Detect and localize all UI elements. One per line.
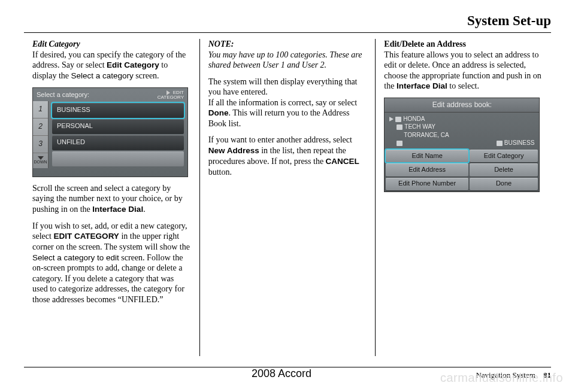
footer-right: Navigation System 81	[476, 370, 551, 380]
column-1: Edit Category If desired, you can specif…	[24, 39, 199, 356]
shot1-num-1: 1	[33, 101, 48, 118]
note-label: NOTE:	[208, 39, 234, 48]
shot1-body: 1 2 3 DOWN BUSINESS PERSONAL UNFILED	[33, 101, 187, 168]
edit-category-bold: Edit Category	[107, 60, 159, 69]
col2-p2-a: If all the information is correct, say o…	[208, 98, 357, 107]
col1-p2-c: .	[143, 205, 146, 214]
col1-p3: If you wish to set, add, or edit a new c…	[32, 221, 191, 305]
shot2-line3: TORRANCE, CA	[404, 132, 449, 138]
col2-p3-a: If you want to enter another address, se…	[208, 135, 352, 144]
shot2-title: Edit address book:	[385, 98, 539, 113]
shot1-num-2: 2	[33, 118, 48, 136]
col3-p1-c: to select.	[447, 81, 479, 90]
note-block: NOTE: You may have up to 100 categories.…	[208, 39, 367, 71]
interface-dial-bold-2: Interface Dial	[397, 81, 447, 90]
play-icon	[389, 117, 394, 121]
shot1-down-button: DOWN	[33, 153, 48, 168]
shot1-title: Select a category:	[37, 91, 89, 99]
edit-phone-button: Edit Phone Number	[386, 178, 468, 190]
shot1-number-column: 1 2 3 DOWN	[33, 101, 49, 168]
shot1-header: Select a category: EDIT CATEGORY	[33, 88, 187, 101]
shot2-business: BUSINESS	[504, 139, 535, 146]
footer-section-label: Navigation System	[476, 370, 535, 379]
edit-category-heading-para: Edit Category If desired, you can specif…	[32, 39, 191, 81]
edit-category-button: Edit Category	[470, 150, 538, 162]
interface-dial-bold-1: Interface Dial	[92, 205, 143, 214]
edit-address-book-screenshot: Edit address book: HONDA TECH WAY TORRAN…	[384, 98, 540, 192]
col2-p1: The system will then display everything …	[208, 77, 367, 98]
category-row-business: BUSINESS	[52, 103, 184, 118]
shot1-num-3: 3	[33, 136, 48, 153]
shot1-edit-category-tag: EDIT CATEGORY	[158, 90, 184, 100]
page-footer: 2008 Accord Navigation System 81	[0, 370, 575, 380]
new-address-bold: New Address	[208, 146, 259, 155]
select-category-to-edit-label: Select a category to edit	[32, 253, 119, 262]
category-row-empty	[52, 151, 184, 166]
shot2-line2: TECH WAY	[404, 123, 435, 130]
done-bold: Done	[208, 108, 229, 117]
category-row-unfiled: UNFILED	[52, 135, 184, 150]
shot2-button-grid: Edit Name Edit Category Edit Address Del…	[385, 148, 539, 192]
edit-category-caps-bold: EDIT CATEGORY	[53, 232, 119, 241]
delete-button: Delete	[470, 163, 538, 176]
building-icon	[395, 117, 401, 122]
select-category-screenshot: Select a category: EDIT CATEGORY 1 2 3	[32, 87, 188, 177]
cancel-bold: CANCEL	[326, 157, 359, 166]
phone-icon	[397, 141, 402, 146]
edit-category-heading: Edit Category	[32, 39, 80, 48]
col1-p2: Scroll the screen and select a category …	[32, 183, 191, 215]
col2-p3: If you want to enter another address, se…	[208, 135, 367, 177]
col2-p2-c: . This will return you to the Address Bo…	[208, 108, 350, 128]
shot1-list: BUSINESS PERSONAL UNFILED	[49, 101, 187, 168]
edit-line2: CATEGORY	[158, 95, 184, 100]
map-icon	[397, 124, 402, 130]
page-number: 81	[543, 370, 551, 379]
col1-p1-e: screen.	[134, 71, 159, 80]
edit-name-button: Edit Name	[386, 150, 468, 162]
col2-p3-e: button.	[208, 168, 232, 177]
column-2: NOTE: You may have up to 100 categories.…	[199, 39, 376, 356]
content-columns: Edit Category If desired, you can specif…	[24, 39, 551, 356]
col2-p2: If all the information is correct, say o…	[208, 98, 367, 129]
edit-address-button: Edit Address	[386, 163, 468, 176]
page-title: System Set-up	[24, 13, 551, 29]
select-a-category-label: Select a category	[71, 71, 134, 80]
footer-model-year: 2008 Accord	[252, 367, 311, 380]
note-body: You may have up to 100 categories. These…	[208, 50, 362, 70]
column-3: Edit/Delete an Address This feature allo…	[375, 39, 551, 356]
shot1-down-label: DOWN	[34, 160, 47, 165]
category-row-personal: PERSONAL	[52, 119, 184, 134]
edit-delete-para: Edit/Delete an Address This feature allo…	[384, 39, 543, 92]
shot2-line1: HONDA	[403, 116, 425, 122]
done-button: Done	[470, 178, 538, 190]
category-icon	[497, 141, 503, 146]
edit-delete-heading: Edit/Delete an Address	[384, 39, 466, 48]
shot2-info: HONDA TECH WAY TORRANCE, CA BUSINESS	[385, 113, 539, 148]
divider-top	[24, 32, 551, 33]
